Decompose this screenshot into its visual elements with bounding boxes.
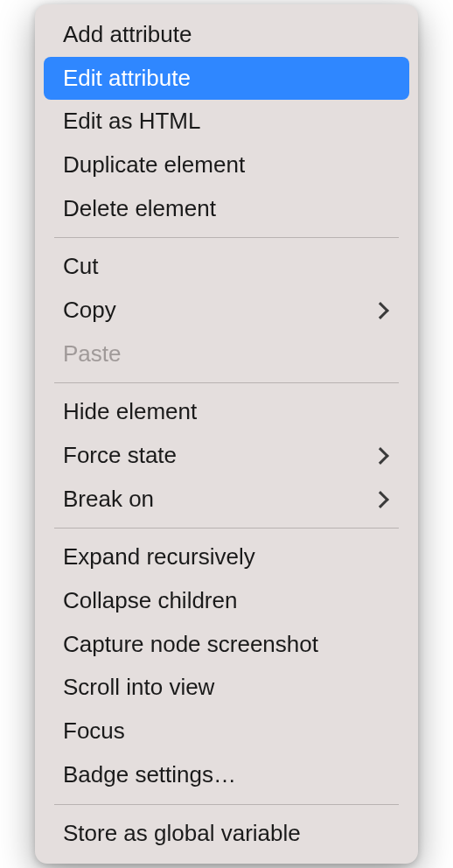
context-menu: Add attribute Edit attribute Edit as HTM… — [35, 4, 418, 864]
menu-item-badge-settings[interactable]: Badge settings… — [44, 753, 409, 797]
menu-item-label: Paste — [63, 338, 122, 371]
menu-item-force-state[interactable]: Force state — [44, 434, 409, 478]
menu-item-label: Edit as HTML — [63, 105, 201, 138]
menu-separator — [54, 237, 399, 238]
menu-item-hide-element[interactable]: Hide element — [44, 390, 409, 434]
chevron-right-icon — [372, 447, 389, 465]
menu-item-cut[interactable]: Cut — [44, 245, 409, 289]
menu-item-focus[interactable]: Focus — [44, 710, 409, 753]
menu-item-label: Add attribute — [63, 18, 192, 52]
chevron-right-icon — [372, 491, 389, 508]
menu-item-capture-node-screenshot[interactable]: Capture node screenshot — [44, 623, 409, 667]
menu-item-label: Delete element — [63, 192, 216, 226]
chevron-right-icon — [372, 302, 389, 319]
menu-item-label: Collapse children — [63, 584, 237, 618]
menu-item-label: Copy — [63, 294, 116, 327]
menu-item-label: Duplicate element — [63, 149, 245, 182]
menu-separator — [54, 382, 399, 383]
menu-item-label: Capture node screenshot — [63, 628, 318, 662]
menu-item-label: Hide element — [63, 396, 197, 429]
menu-item-label: Badge settings… — [63, 759, 236, 792]
menu-item-duplicate-element[interactable]: Duplicate element — [44, 144, 409, 187]
menu-item-copy[interactable]: Copy — [44, 289, 409, 332]
menu-item-store-as-global-variable[interactable]: Store as global variable — [44, 812, 409, 856]
menu-item-label: Force state — [63, 439, 177, 472]
menu-item-label: Expand recursively — [63, 541, 255, 574]
menu-item-delete-element[interactable]: Delete element — [44, 187, 409, 231]
menu-item-label: Edit attribute — [63, 62, 191, 95]
menu-item-label: Scroll into view — [63, 671, 214, 704]
menu-item-expand-recursively[interactable]: Expand recursively — [44, 536, 409, 579]
menu-item-break-on[interactable]: Break on — [44, 478, 409, 522]
menu-item-label: Focus — [63, 715, 125, 748]
menu-item-label: Cut — [63, 250, 98, 284]
menu-item-label: Break on — [63, 483, 154, 516]
menu-separator — [54, 804, 399, 805]
menu-item-collapse-children[interactable]: Collapse children — [44, 579, 409, 623]
menu-item-label: Store as global variable — [63, 817, 301, 850]
menu-item-scroll-into-view[interactable]: Scroll into view — [44, 666, 409, 710]
menu-item-add-attribute[interactable]: Add attribute — [44, 13, 409, 57]
menu-item-edit-attribute[interactable]: Edit attribute — [44, 57, 409, 101]
menu-item-edit-as-html[interactable]: Edit as HTML — [44, 100, 409, 144]
menu-separator — [54, 528, 399, 528]
menu-item-paste: Paste — [44, 332, 409, 376]
